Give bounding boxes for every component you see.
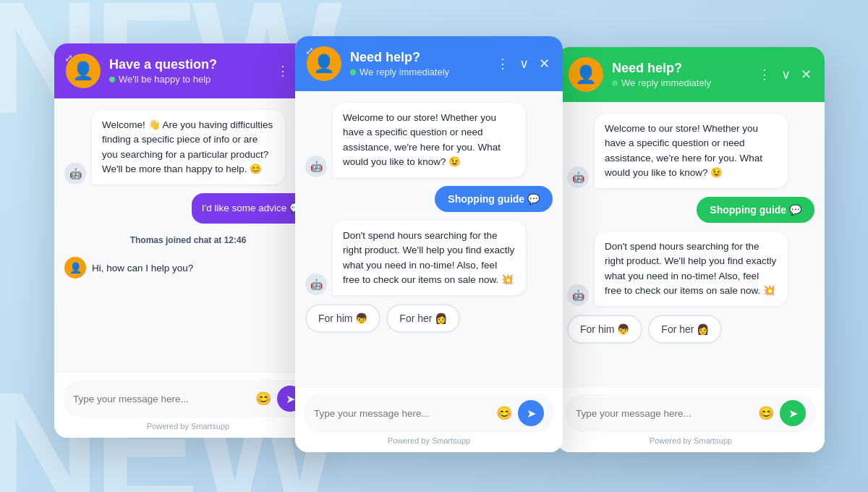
shopping-guide-button[interactable]: Shopping guide 💬 bbox=[435, 186, 553, 212]
powered-by: Powered by Smartsupp bbox=[63, 422, 313, 430]
minimize-button[interactable]: ∨ bbox=[780, 65, 792, 84]
header-subtitle: We'll be happy to help bbox=[109, 74, 266, 85]
header-subtitle: We reply immediately bbox=[350, 67, 486, 77]
close-button[interactable]: ✕ bbox=[799, 65, 813, 84]
system-message: Thomas joined chat at 12:46 bbox=[64, 232, 312, 248]
avatar: 👤 bbox=[569, 57, 603, 92]
header-actions: ⋮ ∨ ✕ bbox=[757, 65, 813, 84]
chat-input[interactable] bbox=[576, 408, 752, 419]
user-message: Hi, how can I help you? bbox=[92, 263, 193, 273]
bot-avatar: 🤖 bbox=[305, 273, 327, 295]
message-row: 🤖 Welcome! 👋 Are you having difficulties… bbox=[64, 110, 312, 184]
message-row: 🤖 Welcome to our store! Whether you have… bbox=[567, 114, 814, 188]
input-row: 😊 ➤ bbox=[63, 380, 313, 417]
for-him-button[interactable]: For him 👦 bbox=[305, 304, 380, 333]
expand-icon[interactable]: ⤢ bbox=[64, 52, 73, 64]
menu-button[interactable]: ⋮ bbox=[275, 62, 291, 80]
chat-widget-center: ⤢ 👤 Need help? We reply immediately ⋮ ∨ … bbox=[295, 36, 563, 452]
chat-footer-center: 😊 ➤ Powered by Smartsupp bbox=[295, 386, 563, 452]
minimize-button[interactable]: ∨ bbox=[518, 54, 530, 73]
powered-by: Powered by Smartsupp bbox=[566, 436, 816, 445]
header-subtitle: We reply immediately bbox=[612, 77, 748, 88]
chat-body-center: 🤖 Welcome to our store! Whether you have… bbox=[295, 91, 563, 386]
for-him-button[interactable]: For him 👦 bbox=[567, 315, 642, 344]
online-indicator bbox=[350, 69, 356, 75]
input-row: 😊 ➤ bbox=[566, 394, 816, 432]
header-info: Have a question? We'll be happy to help bbox=[109, 57, 266, 85]
header-actions: ⋮ ∨ ✕ bbox=[495, 54, 551, 73]
header-info: Need help? We reply immediately bbox=[350, 50, 486, 77]
message-row: 🤖 Welcome to our store! Whether you have… bbox=[305, 103, 553, 177]
emoji-button[interactable]: 😊 bbox=[496, 405, 512, 421]
powered-by: Powered by Smartsupp bbox=[304, 436, 554, 445]
bot-avatar: 🤖 bbox=[567, 284, 589, 306]
close-button[interactable]: ✕ bbox=[537, 54, 551, 73]
user-avatar: 👤 bbox=[64, 257, 86, 279]
chat-body-right: 🤖 Welcome to our store! Whether you have… bbox=[557, 102, 825, 386]
for-her-button[interactable]: For her 👩 bbox=[648, 315, 722, 344]
shopping-guide-button[interactable]: Shopping guide 💬 bbox=[697, 197, 814, 223]
chat-widget-left: ⤢ 👤 Have a question? We'll be happy to h… bbox=[54, 43, 322, 438]
message-bubble: I'd like some advice 💬 bbox=[192, 193, 312, 224]
message-row: I'd like some advice 💬 bbox=[64, 193, 312, 224]
chat-input[interactable] bbox=[314, 408, 490, 419]
quick-replies: For him 👦 For her 👩 bbox=[305, 304, 553, 333]
emoji-button[interactable]: 😊 bbox=[758, 405, 774, 421]
widget-right-header: 👤 Need help? We reply immediately ⋮ ∨ ✕ bbox=[557, 47, 825, 102]
for-her-button[interactable]: For her 👩 bbox=[386, 304, 460, 333]
send-button[interactable]: ➤ bbox=[518, 400, 544, 426]
chat-footer-right: 😊 ➤ Powered by Smartsupp bbox=[557, 386, 825, 452]
input-row: 😊 ➤ bbox=[304, 394, 554, 432]
header-title: Have a question? bbox=[109, 57, 266, 72]
shopping-guide-row: Shopping guide 💬 bbox=[305, 186, 553, 212]
widget-left-header: ⤢ 👤 Have a question? We'll be happy to h… bbox=[54, 43, 322, 98]
bot-avatar: 🤖 bbox=[567, 166, 589, 188]
online-indicator bbox=[109, 77, 115, 82]
expand-icon[interactable]: ⤢ bbox=[305, 45, 314, 56]
message-bubble: Don't spend hours searching for the righ… bbox=[333, 221, 526, 295]
menu-button[interactable]: ⋮ bbox=[495, 54, 511, 73]
online-indicator bbox=[612, 80, 618, 86]
message-bubble: Don't spend hours searching for the righ… bbox=[595, 232, 788, 306]
chat-input[interactable] bbox=[73, 394, 250, 404]
widget-center-header: ⤢ 👤 Need help? We reply immediately ⋮ ∨ … bbox=[295, 36, 563, 91]
message-bubble: Welcome! 👋 Are you having difficulties f… bbox=[92, 110, 285, 184]
header-title: Need help? bbox=[350, 50, 486, 65]
shopping-guide-row: Shopping guide 💬 bbox=[567, 197, 814, 223]
user-message-row: 👤 Hi, how can I help you? bbox=[64, 257, 312, 279]
chat-widget-right: 👤 Need help? We reply immediately ⋮ ∨ ✕ … bbox=[557, 47, 825, 452]
message-bubble: Welcome to our store! Whether you have a… bbox=[595, 114, 788, 188]
send-button[interactable]: ➤ bbox=[780, 400, 806, 426]
message-row: 🤖 Don't spend hours searching for the ri… bbox=[567, 232, 814, 306]
chat-footer-left: 😊 ➤ Powered by Smartsupp bbox=[54, 372, 322, 438]
menu-button[interactable]: ⋮ bbox=[757, 65, 773, 84]
header-info: Need help? We reply immediately bbox=[612, 61, 748, 88]
quick-replies: For him 👦 For her 👩 bbox=[567, 315, 814, 344]
emoji-button[interactable]: 😊 bbox=[255, 391, 271, 407]
bot-avatar: 🤖 bbox=[64, 163, 86, 184]
bot-avatar: 🤖 bbox=[305, 156, 327, 177]
message-row: 🤖 Don't spend hours searching for the ri… bbox=[305, 221, 553, 295]
chat-body-left: 🤖 Welcome! 👋 Are you having difficulties… bbox=[54, 98, 322, 372]
message-bubble: Welcome to our store! Whether you have a… bbox=[333, 103, 526, 177]
header-title: Need help? bbox=[612, 61, 748, 76]
